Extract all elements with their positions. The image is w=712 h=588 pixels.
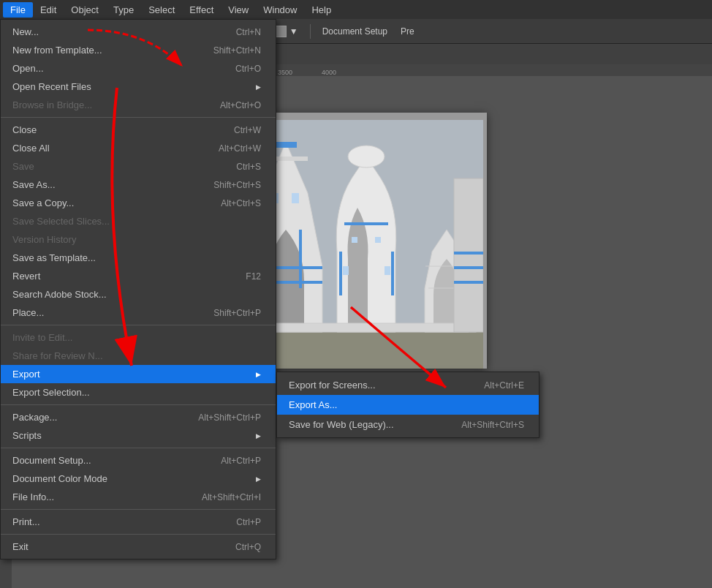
svg-rect-19 [339, 252, 342, 295]
menu-exit-label: Exit [12, 541, 29, 552]
menu-window[interactable]: Window [256, 2, 304, 18]
submenu-save-web[interactable]: Save for Web (Legacy)... Alt+Shift+Ctrl+… [277, 415, 539, 434]
menu-revert-shortcut: F12 [246, 271, 261, 282]
menu-export-selection[interactable]: Export Selection... [1, 383, 276, 402]
menu-new-template-shortcut: Shift+Ctrl+N [213, 45, 261, 56]
menu-close-shortcut: Ctrl+W [234, 125, 261, 135]
svg-rect-13 [299, 230, 302, 288]
submenu-export-screens[interactable]: Export for Screens... Alt+Ctrl+E [277, 375, 539, 395]
menu-help[interactable]: Help [304, 2, 338, 18]
separator-4 [1, 448, 276, 448]
menu-file[interactable]: File [3, 2, 33, 18]
menu-new[interactable]: New... Ctrl+N [1, 23, 276, 41]
menu-save: Save Ctrl+S [1, 157, 276, 176]
svg-rect-23 [385, 266, 390, 275]
menu-save-shortcut: Ctrl+S [236, 162, 261, 172]
menu-place[interactable]: Place... Shift+Ctrl+P [1, 304, 276, 322]
submenu-export-screens-shortcut: Alt+Ctrl+E [484, 380, 524, 391]
menu-close-all-label: Close All [12, 143, 50, 154]
menu-save-slices-label: Save Selected Slices... [12, 216, 110, 227]
menu-adobe-stock[interactable]: Search Adobe Stock... [1, 285, 276, 304]
svg-rect-25 [375, 237, 381, 243]
menu-open-label: Open... [12, 63, 44, 74]
menu-doc-color[interactable]: Document Color Mode [1, 470, 276, 488]
menu-save-as-shortcut: Shift+Ctrl+S [213, 180, 261, 190]
svg-rect-36 [454, 281, 483, 284]
menu-version-history: Version History [1, 230, 276, 249]
menu-file-info[interactable]: File Info... Alt+Shift+Ctrl+I [1, 488, 276, 506]
menu-view[interactable]: View [221, 2, 256, 18]
menu-print[interactable]: Print... Ctrl+P [1, 513, 276, 531]
separator-2 [1, 325, 276, 325]
submenu-export-as[interactable]: Export As... [277, 395, 539, 415]
menu-close-all-shortcut: Alt+Ctrl+W [219, 143, 261, 154]
menu-revert-label: Revert [12, 271, 40, 282]
menu-package-label: Package... [12, 412, 57, 423]
menu-open[interactable]: Open... Ctrl+O [1, 59, 276, 78]
menu-place-label: Place... [12, 307, 44, 318]
menu-edit[interactable]: Edit [33, 2, 64, 18]
menu-save-copy-label: Save a Copy... [12, 197, 74, 208]
menu-doc-setup-label: Document Setup... [12, 455, 91, 466]
ruler-tick-3500: 3500 [278, 69, 292, 76]
menu-doc-color-label: Document Color Mode [12, 473, 107, 484]
menu-package[interactable]: Package... Alt+Shift+Ctrl+P [1, 408, 276, 426]
menu-open-recent-label: Open Recent Files [12, 81, 91, 92]
ruler-tick-4000: 4000 [322, 69, 336, 76]
svg-rect-20 [391, 252, 394, 295]
chevron-down-icon: ▼ [289, 26, 298, 37]
svg-rect-10 [275, 142, 297, 148]
svg-rect-33 [454, 178, 483, 332]
menu-new-label: New... [12, 26, 39, 37]
menu-select[interactable]: Select [141, 2, 182, 18]
menu-invite-edit: Invite to Edit... [1, 328, 276, 347]
separator-3 [1, 404, 276, 405]
menu-share-review: Share for Review N... [1, 347, 276, 365]
menu-new-from-template[interactable]: New from Template... Shift+Ctrl+N [1, 41, 276, 59]
menu-print-shortcut: Ctrl+P [236, 517, 261, 527]
svg-rect-35 [454, 266, 483, 269]
menu-package-shortcut: Alt+Shift+Ctrl+P [198, 412, 261, 423]
menu-scripts-label: Scripts [12, 430, 42, 441]
svg-rect-21 [344, 222, 388, 225]
menu-close[interactable]: Close Ctrl+W [1, 121, 276, 139]
export-submenu: Export for Screens... Alt+Ctrl+E Export … [276, 372, 539, 438]
menu-exit[interactable]: Exit Ctrl+Q [1, 538, 276, 556]
svg-point-18 [348, 146, 385, 167]
toolbar-doc-setup[interactable]: Document Setup [318, 25, 392, 38]
menu-version-history-label: Version History [12, 234, 76, 245]
menu-save-copy-shortcut: Alt+Ctrl+S [221, 198, 261, 208]
separator-5 [1, 509, 276, 510]
menu-save-template-label: Save as Template... [12, 252, 96, 263]
submenu-export-as-label: Export As... [289, 399, 337, 410]
svg-rect-24 [352, 237, 357, 243]
menu-new-shortcut: Ctrl+N [236, 27, 261, 37]
pre-label: Pre [401, 26, 414, 37]
menu-close-all[interactable]: Close All Alt+Ctrl+W [1, 139, 276, 157]
menu-invite-label: Invite to Edit... [12, 332, 72, 343]
menu-place-shortcut: Shift+Ctrl+P [213, 308, 261, 318]
menu-effect[interactable]: Effect [182, 2, 221, 18]
menu-open-shortcut: Ctrl+O [235, 64, 261, 74]
menu-type[interactable]: Type [106, 2, 141, 18]
menu-object[interactable]: Object [64, 2, 106, 18]
menu-print-label: Print... [12, 516, 40, 527]
menu-revert[interactable]: Revert F12 [1, 267, 276, 285]
menu-doc-setup[interactable]: Document Setup... Alt+Ctrl+P [1, 451, 276, 470]
submenu-export-screens-label: Export for Screens... [289, 380, 376, 391]
svg-rect-22 [343, 266, 349, 275]
menu-scripts[interactable]: Scripts [1, 426, 276, 445]
toolbar-pre[interactable]: Pre [396, 25, 419, 38]
menu-save-template[interactable]: Save as Template... [1, 249, 276, 267]
menu-save-slices: Save Selected Slices... [1, 212, 276, 230]
menu-file-info-shortcut: Alt+Shift+Ctrl+I [202, 492, 261, 502]
menu-save-as[interactable]: Save As... Shift+Ctrl+S [1, 176, 276, 194]
menu-share-label: Share for Review N... [12, 350, 103, 361]
menu-export[interactable]: Export [1, 365, 276, 383]
menu-export-selection-label: Export Selection... [12, 387, 90, 398]
menu-browse-label: Browse in Bridge... [12, 99, 92, 110]
menu-open-recent[interactable]: Open Recent Files [1, 78, 276, 96]
menu-save-as-label: Save As... [12, 179, 56, 190]
file-menu-dropdown: New... Ctrl+N New from Template... Shift… [0, 19, 276, 559]
menu-save-copy[interactable]: Save a Copy... Alt+Ctrl+S [1, 194, 276, 212]
